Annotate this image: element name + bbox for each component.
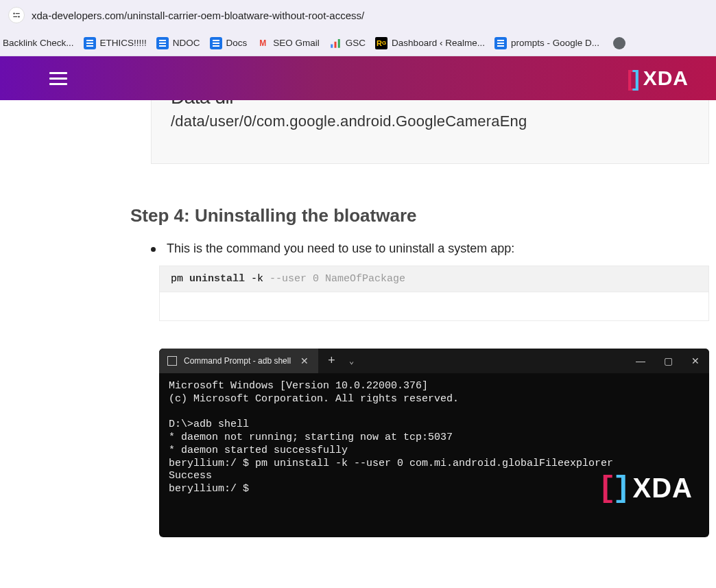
menu-button[interactable]: [49, 72, 67, 85]
xda-logo[interactable]: [] XDA: [627, 66, 689, 91]
docs-icon: [84, 37, 96, 49]
close-tab-icon[interactable]: ✕: [298, 355, 311, 366]
article-content: Data dir /data/user/0/com.google.android…: [0, 100, 716, 537]
gmail-icon: M: [256, 37, 269, 49]
xda-watermark: [] XDA: [598, 471, 693, 506]
bullet-text: This is the command you need to use to u…: [167, 242, 514, 256]
bookmark-backlink[interactable]: Backlink Check...: [3, 38, 74, 48]
terminal-titlebar: Command Prompt - adb shell ✕ + ⌄ — ▢ ✕: [159, 349, 709, 373]
bookmark-ethics[interactable]: ETHICS!!!!!: [84, 37, 147, 49]
xda-logo-text: XDA: [643, 67, 689, 90]
bookmark-seo-gmail[interactable]: M SEO Gmail: [256, 37, 320, 49]
svg-point-2: [18, 16, 19, 17]
docs-icon: [494, 37, 507, 49]
svg-rect-1: [16, 13, 20, 14]
docs-icon: [210, 37, 222, 49]
globe-icon[interactable]: [613, 37, 625, 49]
xda-logo-icon: []: [627, 66, 637, 91]
bookmark-docs[interactable]: Docs: [210, 37, 248, 49]
docs-icon: [156, 37, 169, 49]
svg-rect-5: [334, 41, 336, 47]
bookmark-gsc[interactable]: GSC: [329, 37, 366, 49]
url-text[interactable]: xda-developers.com/uninstall-carrier-oem…: [32, 10, 364, 21]
terminal-tab[interactable]: Command Prompt - adb shell ✕: [159, 349, 318, 373]
realme-icon: RG: [375, 37, 387, 49]
browser-url-bar: xda-developers.com/uninstall-carrier-oem…: [0, 0, 716, 30]
terminal-screenshot: Command Prompt - adb shell ✕ + ⌄ — ▢ ✕ M…: [159, 349, 709, 537]
cmd-icon: [167, 356, 177, 366]
terminal-output: Microsoft Windows [Version 10.0.22000.37…: [159, 373, 709, 537]
new-tab-button[interactable]: +: [318, 354, 345, 368]
xda-watermark-icon: []: [598, 471, 628, 506]
gsc-icon: [329, 37, 342, 49]
terminal-tab-title: Command Prompt - adb shell: [184, 356, 291, 366]
path-text: /data/user/0/com.google.android.GoogleCa…: [171, 113, 689, 130]
svg-rect-3: [13, 16, 17, 17]
xda-watermark-text: XDA: [633, 473, 693, 504]
site-settings-icon[interactable]: [8, 7, 25, 23]
code-snippet: pm uninstall -k --user 0 NameOfPackage: [159, 266, 709, 292]
bookmarks-bar: Backlink Check... ETHICS!!!!! NDOC Docs …: [0, 30, 716, 56]
bookmark-ndoc[interactable]: NDOC: [156, 37, 200, 49]
step-heading: Step 4: Uninstalling the bloatware: [130, 205, 716, 226]
maximize-button[interactable]: ▢: [654, 355, 682, 366]
bullet-icon: [151, 247, 156, 252]
svg-rect-4: [331, 44, 333, 47]
svg-point-0: [13, 13, 14, 14]
site-header: [] XDA: [0, 56, 716, 100]
svg-rect-6: [338, 39, 340, 48]
tab-dropdown-icon[interactable]: ⌄: [345, 356, 358, 366]
bookmark-prompts[interactable]: prompts - Google D...: [494, 37, 599, 49]
bookmark-realme[interactable]: RG Dashboard ‹ Realme...: [375, 37, 485, 49]
code-box-padding: [159, 292, 709, 321]
previous-code-box: Data dir /data/user/0/com.google.android…: [151, 100, 709, 164]
close-window-button[interactable]: ✕: [682, 355, 709, 366]
minimize-button[interactable]: —: [627, 355, 654, 366]
